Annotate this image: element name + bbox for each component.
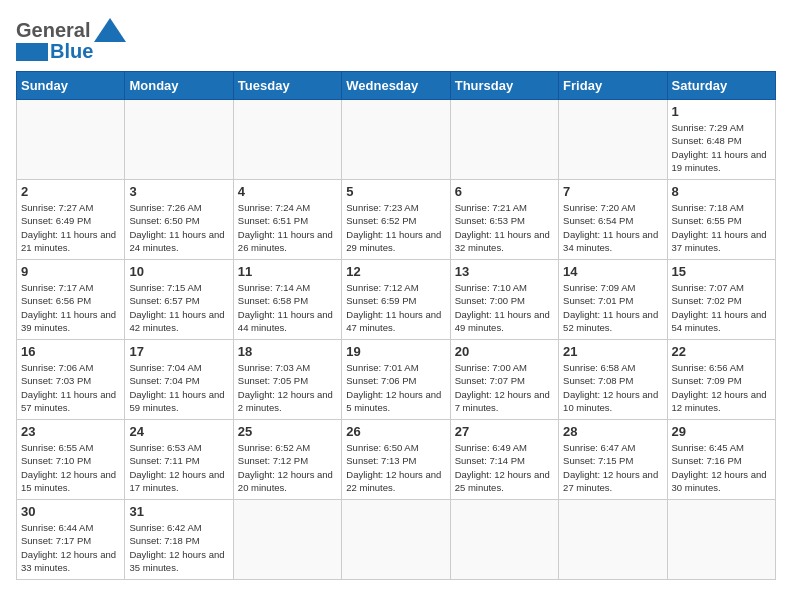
logo: General Blue (16, 16, 128, 63)
calendar-cell (125, 100, 233, 180)
day-number: 8 (672, 184, 771, 199)
calendar-cell: 17Sunrise: 7:04 AMSunset: 7:04 PMDayligh… (125, 340, 233, 420)
calendar-cell: 3Sunrise: 7:26 AMSunset: 6:50 PMDaylight… (125, 180, 233, 260)
weekday-header-thursday: Thursday (450, 72, 558, 100)
calendar-cell: 5Sunrise: 7:23 AMSunset: 6:52 PMDaylight… (342, 180, 450, 260)
calendar-cell: 4Sunrise: 7:24 AMSunset: 6:51 PMDaylight… (233, 180, 341, 260)
day-info: Sunrise: 7:03 AMSunset: 7:05 PMDaylight:… (238, 361, 337, 414)
calendar-cell: 24Sunrise: 6:53 AMSunset: 7:11 PMDayligh… (125, 420, 233, 500)
weekday-header-tuesday: Tuesday (233, 72, 341, 100)
day-info: Sunrise: 7:07 AMSunset: 7:02 PMDaylight:… (672, 281, 771, 334)
day-number: 20 (455, 344, 554, 359)
day-info: Sunrise: 6:49 AMSunset: 7:14 PMDaylight:… (455, 441, 554, 494)
calendar-cell (233, 500, 341, 580)
day-info: Sunrise: 7:12 AMSunset: 6:59 PMDaylight:… (346, 281, 445, 334)
page-header: General Blue (16, 16, 776, 63)
calendar-cell: 10Sunrise: 7:15 AMSunset: 6:57 PMDayligh… (125, 260, 233, 340)
day-number: 27 (455, 424, 554, 439)
day-info: Sunrise: 7:00 AMSunset: 7:07 PMDaylight:… (455, 361, 554, 414)
day-number: 6 (455, 184, 554, 199)
day-info: Sunrise: 7:21 AMSunset: 6:53 PMDaylight:… (455, 201, 554, 254)
day-number: 10 (129, 264, 228, 279)
day-info: Sunrise: 7:20 AMSunset: 6:54 PMDaylight:… (563, 201, 662, 254)
calendar-header-row: SundayMondayTuesdayWednesdayThursdayFrid… (17, 72, 776, 100)
weekday-header-friday: Friday (559, 72, 667, 100)
calendar-cell: 14Sunrise: 7:09 AMSunset: 7:01 PMDayligh… (559, 260, 667, 340)
calendar-cell: 29Sunrise: 6:45 AMSunset: 7:16 PMDayligh… (667, 420, 775, 500)
calendar-week-row: 16Sunrise: 7:06 AMSunset: 7:03 PMDayligh… (17, 340, 776, 420)
day-number: 1 (672, 104, 771, 119)
day-number: 22 (672, 344, 771, 359)
weekday-header-sunday: Sunday (17, 72, 125, 100)
day-info: Sunrise: 6:42 AMSunset: 7:18 PMDaylight:… (129, 521, 228, 574)
day-number: 4 (238, 184, 337, 199)
calendar-cell: 28Sunrise: 6:47 AMSunset: 7:15 PMDayligh… (559, 420, 667, 500)
calendar-cell (17, 100, 125, 180)
calendar-cell (450, 100, 558, 180)
day-info: Sunrise: 6:56 AMSunset: 7:09 PMDaylight:… (672, 361, 771, 414)
day-info: Sunrise: 6:44 AMSunset: 7:17 PMDaylight:… (21, 521, 120, 574)
day-info: Sunrise: 7:01 AMSunset: 7:06 PMDaylight:… (346, 361, 445, 414)
calendar-cell: 12Sunrise: 7:12 AMSunset: 6:59 PMDayligh… (342, 260, 450, 340)
calendar-cell (667, 500, 775, 580)
day-number: 21 (563, 344, 662, 359)
calendar-cell: 9Sunrise: 7:17 AMSunset: 6:56 PMDaylight… (17, 260, 125, 340)
calendar-cell (559, 500, 667, 580)
day-number: 28 (563, 424, 662, 439)
svg-marker-0 (94, 18, 126, 42)
day-number: 12 (346, 264, 445, 279)
day-number: 11 (238, 264, 337, 279)
calendar-cell: 1Sunrise: 7:29 AMSunset: 6:48 PMDaylight… (667, 100, 775, 180)
day-info: Sunrise: 6:53 AMSunset: 7:11 PMDaylight:… (129, 441, 228, 494)
calendar-cell: 19Sunrise: 7:01 AMSunset: 7:06 PMDayligh… (342, 340, 450, 420)
calendar-cell: 21Sunrise: 6:58 AMSunset: 7:08 PMDayligh… (559, 340, 667, 420)
day-number: 23 (21, 424, 120, 439)
day-number: 7 (563, 184, 662, 199)
calendar-cell: 18Sunrise: 7:03 AMSunset: 7:05 PMDayligh… (233, 340, 341, 420)
logo-icon (92, 16, 128, 44)
calendar-cell: 25Sunrise: 6:52 AMSunset: 7:12 PMDayligh… (233, 420, 341, 500)
calendar-cell: 30Sunrise: 6:44 AMSunset: 7:17 PMDayligh… (17, 500, 125, 580)
calendar-cell: 15Sunrise: 7:07 AMSunset: 7:02 PMDayligh… (667, 260, 775, 340)
day-number: 15 (672, 264, 771, 279)
calendar-cell (233, 100, 341, 180)
day-number: 19 (346, 344, 445, 359)
weekday-header-saturday: Saturday (667, 72, 775, 100)
calendar-week-row: 23Sunrise: 6:55 AMSunset: 7:10 PMDayligh… (17, 420, 776, 500)
day-number: 13 (455, 264, 554, 279)
day-info: Sunrise: 7:18 AMSunset: 6:55 PMDaylight:… (672, 201, 771, 254)
day-info: Sunrise: 7:14 AMSunset: 6:58 PMDaylight:… (238, 281, 337, 334)
calendar-cell: 20Sunrise: 7:00 AMSunset: 7:07 PMDayligh… (450, 340, 558, 420)
calendar-cell: 31Sunrise: 6:42 AMSunset: 7:18 PMDayligh… (125, 500, 233, 580)
day-info: Sunrise: 7:06 AMSunset: 7:03 PMDaylight:… (21, 361, 120, 414)
calendar-cell (450, 500, 558, 580)
day-number: 14 (563, 264, 662, 279)
day-number: 3 (129, 184, 228, 199)
day-number: 17 (129, 344, 228, 359)
day-number: 2 (21, 184, 120, 199)
day-number: 30 (21, 504, 120, 519)
day-info: Sunrise: 7:26 AMSunset: 6:50 PMDaylight:… (129, 201, 228, 254)
day-info: Sunrise: 7:27 AMSunset: 6:49 PMDaylight:… (21, 201, 120, 254)
logo-blue-text: Blue (50, 40, 93, 63)
calendar-cell (342, 100, 450, 180)
calendar-week-row: 30Sunrise: 6:44 AMSunset: 7:17 PMDayligh… (17, 500, 776, 580)
logo-general-text: General (16, 19, 90, 42)
calendar-cell: 16Sunrise: 7:06 AMSunset: 7:03 PMDayligh… (17, 340, 125, 420)
calendar-cell: 11Sunrise: 7:14 AMSunset: 6:58 PMDayligh… (233, 260, 341, 340)
day-number: 18 (238, 344, 337, 359)
day-info: Sunrise: 7:09 AMSunset: 7:01 PMDaylight:… (563, 281, 662, 334)
day-number: 9 (21, 264, 120, 279)
day-info: Sunrise: 6:52 AMSunset: 7:12 PMDaylight:… (238, 441, 337, 494)
calendar-cell (559, 100, 667, 180)
calendar-cell: 8Sunrise: 7:18 AMSunset: 6:55 PMDaylight… (667, 180, 775, 260)
day-info: Sunrise: 7:23 AMSunset: 6:52 PMDaylight:… (346, 201, 445, 254)
day-info: Sunrise: 7:24 AMSunset: 6:51 PMDaylight:… (238, 201, 337, 254)
weekday-header-wednesday: Wednesday (342, 72, 450, 100)
calendar-week-row: 9Sunrise: 7:17 AMSunset: 6:56 PMDaylight… (17, 260, 776, 340)
calendar-week-row: 2Sunrise: 7:27 AMSunset: 6:49 PMDaylight… (17, 180, 776, 260)
day-info: Sunrise: 7:17 AMSunset: 6:56 PMDaylight:… (21, 281, 120, 334)
calendar-cell: 27Sunrise: 6:49 AMSunset: 7:14 PMDayligh… (450, 420, 558, 500)
day-info: Sunrise: 6:58 AMSunset: 7:08 PMDaylight:… (563, 361, 662, 414)
day-number: 16 (21, 344, 120, 359)
